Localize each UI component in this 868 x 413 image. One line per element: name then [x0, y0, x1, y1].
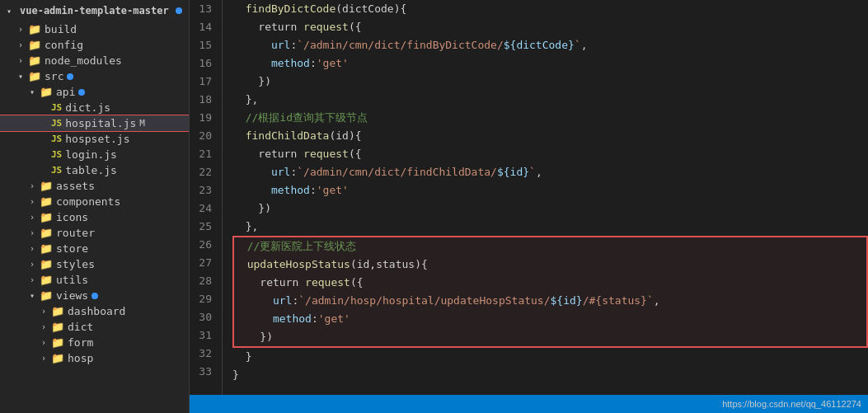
folder-icon: 📁 [51, 352, 64, 364]
sidebar-item-icons[interactable]: › 📁 icons [0, 209, 189, 225]
sidebar-item-label: assets [56, 180, 95, 192]
src-modified-badge [67, 73, 73, 80]
folder-icon: 📁 [51, 305, 64, 317]
chevron-down-icon: ▾ [7, 7, 16, 16]
folder-icon: 📁 [40, 195, 53, 208]
api-modified-badge [78, 89, 85, 96]
chevron-right-icon: › [30, 181, 40, 190]
folder-icon: 📁 [51, 321, 64, 333]
sidebar-item-dict[interactable]: › 📁 dict [0, 319, 189, 335]
folder-icon: 📁 [40, 180, 53, 192]
code-line-16: method:'get' [232, 54, 868, 73]
code-line-33: } [232, 366, 868, 384]
sidebar-item-api[interactable]: ▾ 📁 api [0, 84, 189, 100]
sidebar-item-build[interactable]: › 📁 build [0, 21, 189, 37]
folder-icon: 📁 [51, 336, 64, 349]
line-num-23: 23 [196, 181, 212, 199]
sidebar-item-dashboard[interactable]: › 📁 dashboard [0, 303, 189, 319]
modified-badge [176, 7, 182, 14]
sidebar-item-login-js[interactable]: › JS login.js [0, 147, 189, 162]
sidebar-item-utils[interactable]: › 📁 utils [0, 272, 189, 288]
chevron-right-icon: › [30, 244, 40, 253]
line-num-26: 26 [196, 236, 212, 254]
sidebar-item-label: hospital.js [65, 117, 136, 129]
line-num-21: 21 [196, 145, 212, 163]
line-num-31: 31 [196, 326, 212, 345]
sidebar-item-label: icons [56, 211, 88, 223]
chevron-right-icon: › [18, 40, 28, 49]
sidebar-item-label: dict.js [65, 101, 110, 114]
sidebar-item-label: styles [56, 258, 95, 270]
sidebar-item-styles[interactable]: › 📁 styles [0, 256, 189, 272]
sidebar-item-table-js[interactable]: › JS table.js [0, 162, 189, 178]
sidebar-item-label: components [56, 195, 120, 208]
code-editor: 13 14 15 16 17 18 19 20 21 22 23 24 25 2… [190, 0, 868, 413]
code-line-20: findChildData(id){ [232, 127, 868, 145]
sidebar-item-config[interactable]: › 📁 config [0, 37, 189, 53]
sidebar-item-views[interactable]: ▾ 📁 views [0, 288, 189, 303]
sidebar-item-assets[interactable]: › 📁 assets [0, 178, 189, 194]
sidebar-item-label: store [56, 242, 88, 255]
file-explorer[interactable]: ▾ vue-admin-template-master › 📁 build › … [0, 0, 190, 413]
folder-icon: 📁 [40, 227, 53, 239]
code-line-22: url:`/admin/cmn/dict/findChildData/${id}… [232, 163, 868, 181]
code-content[interactable]: findByDictCode(dictCode){ return request… [223, 0, 868, 395]
folder-icon: 📁 [40, 258, 53, 270]
code-line-17: }) [232, 73, 868, 91]
code-line-13: findByDictCode(dictCode){ [232, 0, 868, 18]
line-num-32: 32 [196, 345, 212, 363]
highlighted-region: //更新医院上下线状态 updateHospStatus(id,status){… [232, 236, 868, 348]
code-line-26: //更新医院上下线状态 [234, 237, 866, 256]
views-modified-badge [91, 293, 98, 299]
folder-icon: 📁 [40, 274, 53, 286]
sidebar-item-hospital-js[interactable]: › JS hospital.js M [0, 115, 189, 131]
sidebar-item-hosp[interactable]: › 📁 hosp [0, 350, 189, 366]
sidebar-item-src[interactable]: ▾ 📁 src [0, 68, 189, 84]
code-line-25: }, [232, 218, 868, 236]
sidebar-item-components[interactable]: › 📁 components [0, 194, 189, 209]
line-num-13: 13 [196, 0, 212, 18]
folder-icon: 📁 [40, 211, 53, 223]
line-num-30: 30 [196, 308, 212, 326]
code-line-15: url:`/admin/cmn/dict/findByDictCode/${di… [232, 36, 868, 54]
code-line-31: }) [234, 328, 866, 346]
sidebar-item-label: api [56, 86, 75, 98]
sidebar-item-label: login.js [65, 148, 117, 161]
folder-icon: 📁 [40, 289, 53, 302]
sidebar-item-label: dashboard [68, 305, 125, 317]
sidebar-item-store[interactable]: › 📁 store [0, 241, 189, 256]
folder-icon: 📁 [28, 54, 41, 67]
sidebar-item-node-modules[interactable]: › 📁 node_modules [0, 53, 189, 68]
sidebar-item-hospset-js[interactable]: › JS hospset.js [0, 131, 189, 147]
code-line-24: }) [232, 199, 868, 218]
folder-icon: 📁 [28, 23, 41, 35]
sidebar-item-router[interactable]: › 📁 router [0, 225, 189, 241]
modified-label: M [139, 118, 145, 129]
js-file-icon: JS [51, 118, 62, 129]
chevron-right-icon: › [41, 354, 51, 363]
sidebar-item-label: hosp [68, 352, 93, 364]
sidebar-item-dict-js[interactable]: › JS dict.js [0, 100, 189, 115]
chevron-right-icon: › [18, 25, 28, 34]
chevron-down-icon: ▾ [30, 87, 40, 96]
folder-icon: 📁 [28, 39, 41, 51]
line-num-16: 16 [196, 54, 212, 73]
chevron-down-icon: ▾ [18, 72, 28, 81]
line-num-24: 24 [196, 199, 212, 218]
code-line-19: //根据id查询其下级节点 [232, 109, 868, 127]
line-num-28: 28 [196, 272, 212, 290]
line-num-27: 27 [196, 254, 212, 272]
line-num-14: 14 [196, 18, 212, 36]
js-file-icon: JS [51, 134, 62, 144]
line-num-33: 33 [196, 363, 212, 381]
js-file-icon: JS [51, 102, 62, 113]
code-line-14: return request({ [232, 18, 868, 36]
line-num-18: 18 [196, 91, 212, 109]
status-bar: https://blog.csdn.net/qq_46112274 [190, 395, 868, 413]
line-num-19: 19 [196, 109, 212, 127]
code-line-27: updateHospStatus(id,status){ [234, 256, 866, 274]
code-line-23: method:'get' [232, 181, 868, 199]
sidebar-item-form[interactable]: › 📁 form [0, 335, 189, 350]
sidebar-item-label: src [45, 70, 63, 82]
chevron-right-icon: › [41, 322, 51, 331]
